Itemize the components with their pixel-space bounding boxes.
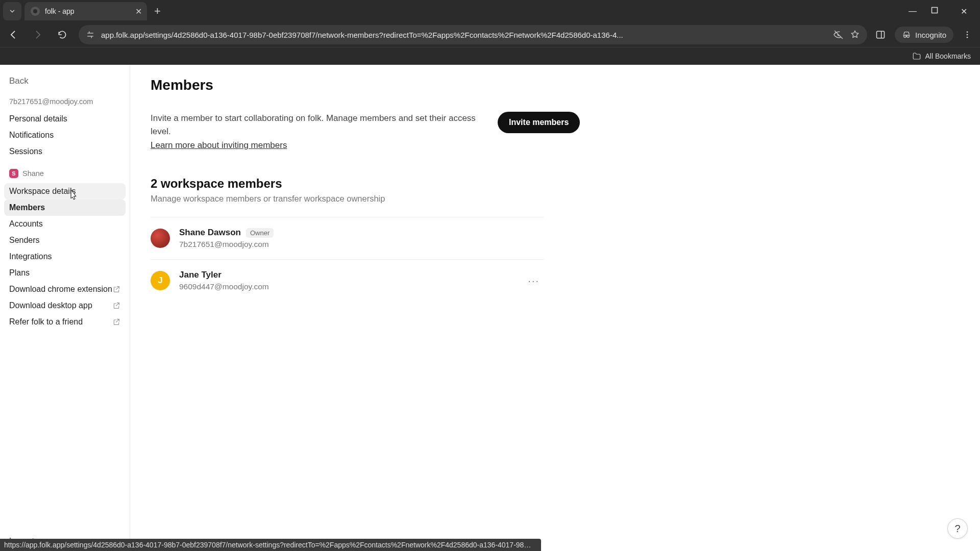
member-row: Shane DawsonOwner7b217651@moodjoy.com <box>151 217 544 259</box>
nav-forward-button[interactable] <box>30 27 46 43</box>
side-panel-icon[interactable] <box>875 30 886 40</box>
all-bookmarks-link[interactable]: All Bookmarks <box>925 52 971 60</box>
sidebar-user-email: 7b217651@moodjoy.com <box>4 97 126 111</box>
sidebar-item-members[interactable]: Members <box>4 199 126 216</box>
eye-off-icon[interactable] <box>834 30 844 40</box>
new-tab-button[interactable]: + <box>154 5 161 18</box>
window-controls: — ✕ <box>905 7 980 16</box>
sidebar-item-integrations[interactable]: Integrations <box>4 248 126 265</box>
svg-point-6 <box>967 37 968 38</box>
intro-text: Invite a member to start collaborating o… <box>151 112 477 152</box>
tab-title: folk - app <box>45 7 75 15</box>
external-link-icon <box>112 302 120 310</box>
sidebar-item-chrome-extension[interactable]: Download chrome extension <box>4 281 126 297</box>
svg-point-4 <box>967 31 968 33</box>
intro-row: Invite a member to start collaborating o… <box>151 112 960 152</box>
workspace-name: Shane <box>22 169 44 178</box>
url-text: app.folk.app/settings/4d2586d0-a136-4017… <box>101 31 827 39</box>
tab-close-icon[interactable]: ✕ <box>135 7 142 16</box>
bookmark-star-icon[interactable] <box>850 30 860 40</box>
chevron-down-icon <box>9 8 16 15</box>
main-content: Members Invite a member to start collabo… <box>130 65 980 551</box>
window-close-button[interactable]: ✕ <box>957 7 971 16</box>
member-avatar: J <box>151 271 170 290</box>
incognito-icon <box>902 30 911 39</box>
sidebar-workspace-header: S Shane <box>4 169 126 183</box>
back-link[interactable]: Back <box>4 74 126 97</box>
url-bar[interactable]: app.folk.app/settings/4d2586d0-a136-4017… <box>79 25 867 44</box>
svg-rect-1 <box>932 7 938 13</box>
member-email: 9609d447@moodjoy.com <box>179 282 514 291</box>
members-count-heading: 2 workspace members <box>151 177 960 191</box>
sidebar-item-accounts[interactable]: Accounts <box>4 216 126 232</box>
arrow-right-icon <box>33 30 43 40</box>
owner-badge: Owner <box>246 228 274 238</box>
external-link-icon <box>112 318 120 326</box>
sidebar-item-workspace-details[interactable]: Workspace details <box>4 183 126 199</box>
svg-point-0 <box>33 9 37 13</box>
settings-sidebar: Back 7b217651@moodjoy.com Personal detai… <box>0 65 130 551</box>
site-settings-icon[interactable] <box>86 30 95 39</box>
nav-back-button[interactable] <box>5 27 21 43</box>
nav-reload-button[interactable] <box>54 27 70 43</box>
member-name: Jane Tyler <box>179 270 222 280</box>
kebab-menu-icon[interactable] <box>963 30 972 39</box>
member-avatar <box>151 229 170 248</box>
toolbar-right: Incognito <box>875 27 975 43</box>
members-subheading: Manage workspace members or transfer wor… <box>151 194 960 204</box>
page-title: Members <box>151 77 960 93</box>
tab-favicon <box>31 7 40 16</box>
app-root: Back 7b217651@moodjoy.com Personal detai… <box>0 65 980 551</box>
help-button[interactable]: ? <box>947 518 968 539</box>
member-name: Shane Dawson <box>179 228 241 238</box>
incognito-label: Incognito <box>915 31 946 39</box>
reload-icon <box>57 30 67 40</box>
sidebar-item-plans[interactable]: Plans <box>4 265 126 281</box>
external-link-icon <box>112 285 120 293</box>
svg-rect-2 <box>877 31 885 38</box>
window-minimize-button[interactable]: — <box>905 7 920 16</box>
tab-search-dropdown[interactable] <box>3 2 21 20</box>
tab-strip: folk - app ✕ + — ✕ <box>0 0 980 22</box>
status-bar-link-preview: https://app.folk.app/settings/4d2586d0-a… <box>0 539 541 551</box>
folder-icon <box>912 52 921 61</box>
bookmarks-bar: All Bookmarks <box>0 47 980 65</box>
member-row: JJane Tyler9609d447@moodjoy.com··· <box>151 259 544 302</box>
sidebar-item-desktop-app[interactable]: Download desktop app <box>4 297 126 314</box>
browser-toolbar: app.folk.app/settings/4d2586d0-a136-4017… <box>0 22 980 47</box>
workspace-avatar-chip: S <box>9 169 18 178</box>
incognito-indicator[interactable]: Incognito <box>895 27 953 43</box>
sidebar-item-senders[interactable]: Senders <box>4 232 126 248</box>
member-email: 7b217651@moodjoy.com <box>179 240 544 249</box>
sidebar-item-notifications[interactable]: Notifications <box>4 127 126 143</box>
member-row-menu[interactable]: ··· <box>524 273 544 289</box>
learn-more-link[interactable]: Learn more about inviting members <box>151 140 287 150</box>
browser-chrome: folk - app ✕ + — ✕ app.folk.app/settings… <box>0 0 980 65</box>
sidebar-item-personal-details[interactable]: Personal details <box>4 111 126 127</box>
sidebar-item-sessions[interactable]: Sessions <box>4 143 126 160</box>
window-maximize-button[interactable] <box>931 7 945 16</box>
member-info: Shane DawsonOwner7b217651@moodjoy.com <box>179 228 544 249</box>
invite-members-button[interactable]: Invite members <box>498 112 580 133</box>
sidebar-item-refer-friend[interactable]: Refer folk to a friend <box>4 314 126 330</box>
arrow-left-icon <box>8 30 18 40</box>
browser-tab[interactable]: folk - app ✕ <box>24 2 147 20</box>
member-info: Jane Tyler9609d447@moodjoy.com <box>179 270 514 291</box>
members-list: Shane DawsonOwner7b217651@moodjoy.comJJa… <box>151 217 960 302</box>
svg-point-5 <box>967 34 968 36</box>
